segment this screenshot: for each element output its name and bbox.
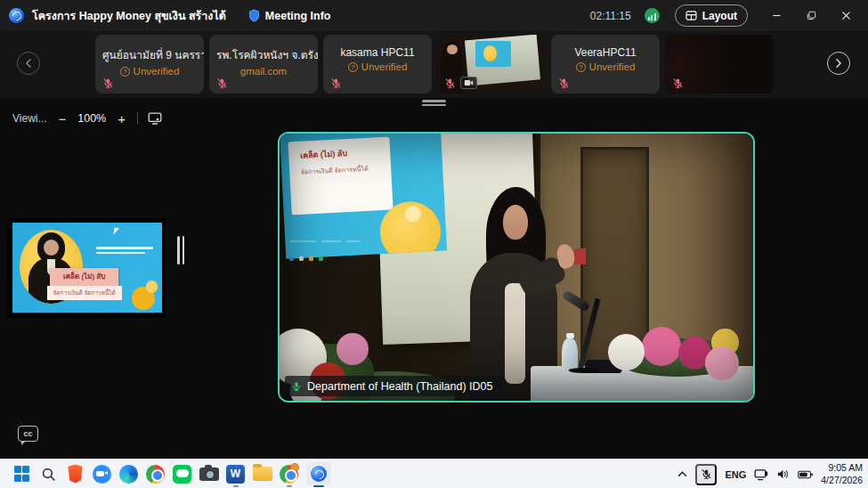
speaker-name: Department of Health (Thailand) ID05: [307, 380, 492, 393]
slide-circle: [483, 45, 497, 61]
shield-icon: [248, 9, 260, 22]
unverified-icon: ?: [576, 62, 586, 72]
badge-label: Unverified: [361, 61, 408, 72]
slide-title: เคล็ด (ไม่) ลับ: [300, 145, 379, 162]
participant-thumbnail[interactable]: [665, 35, 774, 94]
closed-captions-icon[interactable]: cc: [18, 426, 38, 442]
word-icon[interactable]: W: [225, 463, 246, 484]
slide-subtitle: จัดการเงินดี จัดการหนี้ได้: [301, 163, 380, 177]
participant-thumbnail[interactable]: VeeraHPC11 ? Unverified: [551, 35, 660, 94]
connection-quality-icon[interactable]: [645, 8, 660, 23]
cursor-arrow: [113, 228, 119, 236]
filmstrip-next-button[interactable]: [827, 52, 850, 75]
view-controls: Viewi... − 100% +: [12, 107, 162, 130]
participant-thumbnail[interactable]: [437, 35, 546, 94]
display-settings-icon[interactable]: [148, 112, 162, 125]
slide-caption-lines: [96, 244, 153, 256]
edge-icon[interactable]: [118, 463, 139, 484]
viewing-label: Viewi...: [12, 112, 46, 125]
floating-content-panel[interactable]: เคล็ด (ไม่) ลับ จัดการเงินดี จัดการหนี้ไ…: [7, 218, 166, 318]
projected-slide: [475, 41, 511, 67]
tray-mic-muted-icon[interactable]: [695, 464, 717, 485]
badge-label: Unverified: [589, 61, 636, 72]
layout-label: Layout: [702, 10, 737, 22]
mic-muted-icon: [672, 77, 684, 89]
participant-name: kasama HPC11: [323, 46, 432, 59]
minimize-button[interactable]: [763, 4, 790, 28]
participant-thumbnail[interactable]: kasama HPC11 ? Unverified: [323, 35, 432, 94]
badge-label: gmail.com: [240, 66, 287, 77]
video-scene: เคล็ด (ไม่) ลับ จัดการเงินดี จัดการหนี้ไ…: [280, 134, 753, 401]
webex-meeting-window: โครงการ Happy Money สุขเงิน สร้างได้ Mee…: [0, 0, 868, 488]
participant-badge: ? Unverified: [551, 61, 660, 72]
elapsed-timer: 02:11:15: [590, 10, 631, 22]
meeting-info-button[interactable]: Meeting Info: [248, 9, 331, 22]
close-window-button[interactable]: [832, 4, 859, 28]
system-tray: ENG 9:05 AM 4/27/2026: [677, 460, 863, 488]
presenter-face: [503, 205, 528, 240]
slide-subtitle: จัดการเงินดี จัดการหนี้ได้: [53, 289, 115, 297]
active-speaker-video[interactable]: เคล็ด (ไม่) ลับ จัดการเงินดี จัดการหนี้ไ…: [278, 132, 755, 403]
chrome-icon[interactable]: [145, 463, 166, 484]
mic-muted-icon: [558, 77, 570, 89]
unverified-icon: ?: [120, 67, 130, 77]
slide-text-box: เคล็ด (ไม่) ลับ จัดการเงินดี จัดการหนี้ไ…: [288, 136, 393, 215]
water-bottle: [562, 338, 578, 372]
meeting-title: โครงการ Happy Money สุขเงิน สร้างได้: [32, 7, 226, 25]
pink-flower: [337, 333, 369, 365]
camera-app-icon[interactable]: [199, 463, 219, 484]
participant-thumbnail[interactable]: รพ.โรคผิวหนังฯ จ.ตรัง gmail.com: [209, 35, 318, 94]
participant-thumbnail[interactable]: ศูนย์อนามัยที่ 9 นครรา... ? Unverified: [95, 35, 204, 94]
participant-badge: ? Unverified: [95, 66, 204, 77]
restore-button[interactable]: [798, 4, 824, 28]
time: 9:05 AM: [821, 462, 863, 475]
projected-toolbar: [289, 240, 361, 242]
zoom-in-button[interactable]: +: [116, 112, 127, 126]
volume-icon[interactable]: [776, 468, 790, 480]
pink-flower: [642, 327, 681, 366]
slide-subtitle-box: จัดการเงินดี จัดการหนี้ได้: [47, 286, 122, 300]
mic-muted-icon: [444, 77, 456, 89]
mic-active-icon: [291, 381, 302, 392]
line-icon[interactable]: [172, 463, 192, 484]
webex-logo-icon: [9, 8, 24, 23]
participant-name: VeeraHPC11: [551, 46, 660, 59]
slide-title: เคล็ด (ไม่) ลับ: [63, 271, 105, 282]
presenter-shirt: [505, 283, 526, 384]
participant-name: รพ.โรคผิวหนังฯ จ.ตรัง: [209, 46, 318, 63]
panel-drag-handle[interactable]: [177, 236, 184, 264]
presenter-face: [447, 45, 458, 54]
network-icon[interactable]: [754, 468, 768, 481]
zoom-app-icon[interactable]: [92, 463, 112, 484]
mic-stand-base: [569, 368, 599, 372]
mic-muted-icon: [330, 77, 342, 89]
divider: [137, 112, 138, 125]
chrome-profile-icon[interactable]: [279, 463, 299, 484]
layout-button[interactable]: Layout: [675, 4, 748, 27]
taskbar-apps: W: [12, 463, 332, 484]
participant-badge: ? Unverified: [323, 61, 432, 72]
pink-flower: [705, 346, 738, 379]
control-bar: cc Unmute Start video Share: [0, 415, 868, 459]
hidden-icons-chevron[interactable]: [677, 471, 687, 477]
brave-icon[interactable]: [65, 463, 85, 484]
unverified-icon: ?: [348, 62, 358, 72]
webex-taskbar-icon[interactable]: [305, 463, 332, 484]
zoom-percent: 100%: [77, 112, 106, 125]
mic-muted-icon: [102, 77, 114, 89]
filmstrip-prev-button[interactable]: [17, 52, 40, 75]
clock[interactable]: 9:05 AM 4/27/2026: [821, 462, 863, 486]
windows-start-icon[interactable]: [12, 463, 32, 484]
windows-taskbar: W ENG 9:05 AM 4/27/2026: [0, 459, 868, 488]
slide-preview: เคล็ด (ไม่) ลับ จัดการเงินดี จัดการหนี้ไ…: [12, 223, 162, 313]
profile-badge: [290, 463, 299, 472]
search-icon[interactable]: [38, 463, 59, 484]
battery-icon[interactable]: [798, 470, 813, 479]
photo-face: [44, 240, 59, 256]
participant-name: ศูนย์อนามัยที่ 9 นครรา...: [95, 46, 204, 63]
language-indicator[interactable]: ENG: [725, 469, 746, 480]
file-explorer-icon[interactable]: [252, 463, 272, 484]
camera-on-icon: [460, 77, 477, 89]
filmstrip-resize-handle[interactable]: [422, 98, 446, 108]
zoom-out-button[interactable]: −: [56, 112, 68, 126]
